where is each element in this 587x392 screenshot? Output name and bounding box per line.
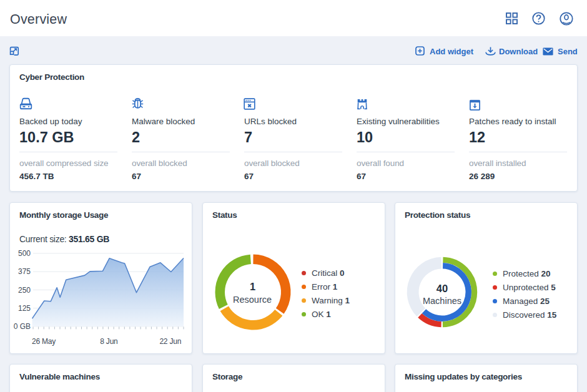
- svg-text:125: 125: [18, 304, 31, 313]
- svg-text:8 Jun: 8 Jun: [100, 337, 117, 346]
- svg-text:22 Jun: 22 Jun: [159, 337, 181, 346]
- svg-text:Resource: Resource: [233, 295, 272, 305]
- svg-text:0 GB: 0 GB: [14, 322, 31, 331]
- svg-text:375: 375: [18, 267, 31, 276]
- svg-text:250: 250: [18, 286, 31, 295]
- svg-text:1: 1: [250, 281, 255, 292]
- svg-text:500: 500: [18, 249, 31, 258]
- svg-text:26 May: 26 May: [32, 337, 56, 346]
- svg-text:Machines: Machines: [423, 296, 461, 306]
- svg-text:40: 40: [437, 283, 448, 294]
